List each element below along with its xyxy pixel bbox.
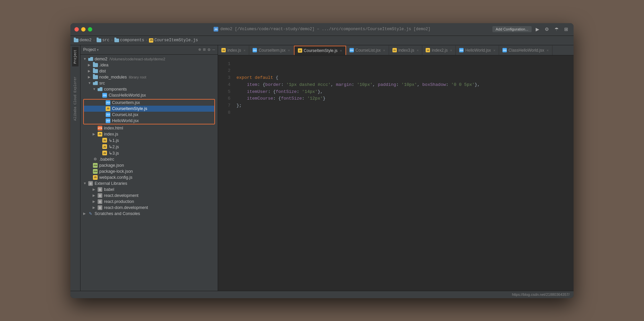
tree-item-react-dev[interactable]: ||| react.development — [80, 193, 218, 199]
tree-item-indexjs[interactable]: JS index.js — [80, 131, 218, 137]
tree-item-indexhtml[interactable]: HTM index.html — [80, 125, 218, 131]
file-icon-helloworld: JSX — [105, 118, 111, 123]
tree-item-dist[interactable]: dist — [80, 68, 218, 74]
status-bar: https://blog.csdn.net/21880364357/ — [70, 291, 574, 298]
tab-label: CourseList.jsx — [356, 48, 381, 53]
tree-item-src[interactable]: src — [80, 80, 218, 86]
tree-item-node-modules[interactable]: node_modules library root — [80, 74, 218, 80]
code-line-3: export default { — [236, 74, 574, 82]
tab-close[interactable]: × — [417, 48, 419, 52]
sidebar-tab-project[interactable]: Project — [72, 47, 78, 66]
tree-item-helloworld[interactable]: JSX HelloWorld.jsx — [84, 118, 214, 124]
tab-label: CourseItemStyle.js — [304, 48, 338, 53]
tab-label: CourseItem.jsx — [259, 48, 285, 53]
tree-item-classhelloworld[interactable]: JSX ClassHelloWorld.jsx — [80, 92, 218, 98]
tree-item-babelrc[interactable]: ⚙ .babelrc — [80, 156, 218, 162]
classhelloworld-label: ClassHelloWorld.jsx — [109, 93, 146, 98]
2js-label: ↳2.js — [109, 144, 119, 149]
tab-bar: JS index.js × JSX CourseItem.jsx × JS Co… — [218, 45, 574, 55]
file-icon-3js: JS — [102, 151, 107, 155]
tree-item-2js[interactable]: JS ↳2.js — [80, 144, 218, 150]
breadcrumb-sep-2: › — [111, 38, 113, 42]
tree-item-packagelockjson[interactable]: JSN package-lock.json — [80, 168, 218, 174]
sidebar-strip: Project Alibaba Cloud Explorer — [70, 45, 80, 291]
tab-courseitemstyle[interactable]: JS CourseItemStyle.js × — [294, 46, 346, 55]
tree-item-courseitem[interactable]: JSX CourseItem.jsx — [84, 100, 214, 106]
add-configuration-button[interactable]: Add Configuration... — [492, 26, 532, 32]
title-file-icon: JS — [214, 27, 218, 32]
tab-courselist[interactable]: JSX CourseList.jsx × — [346, 46, 389, 55]
close-button[interactable] — [74, 27, 79, 32]
debug-button[interactable]: ⚙ — [543, 26, 550, 33]
code-line-4: item: {border: '1px dashed #ccc', margin… — [236, 82, 574, 89]
scratches-label: Scratches and Consoles — [95, 211, 140, 216]
components-label: components — [104, 87, 127, 92]
tree-item-courseitemstyle[interactable]: JS CourseItemStyle.js — [84, 106, 214, 112]
tree-item-external-libs[interactable]: ||| External Libraries — [80, 180, 218, 186]
run-button[interactable]: ▶ — [534, 26, 541, 33]
breadcrumb-src[interactable]: src — [97, 38, 110, 43]
tab-icon: JS — [392, 48, 397, 52]
webpackconfig-label: webpack.config.js — [99, 175, 132, 180]
tree-item-packagejson[interactable]: JSN package.json — [80, 162, 218, 168]
breadcrumb-file[interactable]: JS CourseItemStyle.js — [149, 38, 198, 43]
tab-courseitem[interactable]: JSX CourseItem.jsx × — [249, 46, 293, 55]
indexhtml-label: index.html — [104, 126, 123, 130]
file-icon-webpackconfig: JS — [93, 175, 98, 180]
tree-item-scratches[interactable]: ✎ Scratches and Consoles — [80, 211, 218, 217]
babelrc-label: .babelrc — [99, 157, 114, 162]
code-line-8 — [236, 109, 574, 116]
tree-item-1js[interactable]: JS ↳1.js — [80, 137, 218, 144]
tree-item-react-dom-dev[interactable]: ||| react-dom.development — [80, 205, 218, 211]
arrow-react-dom-dev — [93, 206, 97, 209]
code-line-2 — [236, 67, 574, 74]
arrow-node-modules — [88, 75, 93, 79]
tab-index3js[interactable]: JS index3.js × — [389, 46, 423, 55]
breadcrumb-demo2[interactable]: demo2 — [74, 38, 92, 43]
tab-close[interactable]: × — [288, 48, 290, 52]
collapse-icon[interactable]: ⊞ — [203, 47, 206, 52]
settings-icon[interactable]: ⚙ — [208, 47, 210, 52]
tab-close[interactable]: × — [547, 48, 549, 52]
tree-item-courselist[interactable]: JSX CourseList.jsx — [84, 112, 214, 118]
sidebar-tab-alibaba[interactable]: Alibaba Cloud Explorer — [72, 74, 78, 123]
courseitem-label: CourseItem.jsx — [112, 100, 140, 105]
demo2-path: /Volumes/code/react-study/demo2 — [109, 57, 165, 61]
maximize-button[interactable] — [88, 27, 92, 32]
tree-item-react-prod[interactable]: ||| react.production — [80, 199, 218, 205]
code-content[interactable]: export default { item: {border: '1px das… — [233, 55, 574, 291]
tree-item-webpackconfig[interactable]: JS webpack.config.js — [80, 174, 218, 180]
traffic-lights — [74, 27, 92, 32]
highlighted-files-group: JSX CourseItem.jsx JS CourseItemStyle.js… — [83, 99, 215, 124]
coverage-button[interactable]: ☂ — [553, 26, 560, 33]
close-panel-icon[interactable]: — — [212, 47, 215, 52]
breadcrumb-components[interactable]: components — [114, 38, 144, 43]
tab-close[interactable]: × — [493, 48, 495, 52]
panel-title: Project ▾ — [83, 47, 99, 52]
breadcrumb-sep-3: › — [146, 38, 148, 42]
tree-item-3js[interactable]: JS ↳3.js — [80, 150, 218, 156]
code-line-1 — [236, 61, 574, 68]
tab-indexjs[interactable]: JS index.js × — [218, 46, 249, 55]
tab-close[interactable]: × — [244, 48, 246, 52]
minimize-button[interactable] — [81, 27, 86, 32]
folder-icon-src — [93, 81, 98, 86]
tree-item-idea[interactable]: .idea — [80, 62, 218, 68]
tab-close[interactable]: × — [340, 49, 342, 53]
folder-icon-demo2 — [88, 57, 93, 61]
tab-helloworld[interactable]: JSX HelloWorld.jsx × — [456, 46, 499, 55]
icon-scratches: ✎ — [88, 211, 93, 216]
status-url: https://blog.csdn.net/21880364357/ — [512, 292, 570, 297]
tab-classhelloworld[interactable]: JSX ClassHelloWorld.jsx × — [499, 46, 552, 55]
tree-item-demo2[interactable]: demo2 /Volumes/code/react-study/demo2 — [80, 56, 218, 62]
panel-dropdown-arrow[interactable]: ▾ — [97, 48, 99, 52]
tree-item-components[interactable]: components — [80, 86, 218, 92]
arrow-react-prod — [93, 200, 97, 203]
icon-react-dev: ||| — [97, 193, 103, 198]
tab-close[interactable]: × — [383, 48, 385, 52]
layout-button[interactable]: ⊞ — [563, 26, 570, 33]
tab-index2js[interactable]: JS index2.js × — [422, 46, 456, 55]
locate-file-icon[interactable]: ⊕ — [199, 47, 201, 52]
tree-item-babel[interactable]: ||| babel — [80, 186, 218, 193]
tab-close[interactable]: × — [450, 48, 452, 52]
